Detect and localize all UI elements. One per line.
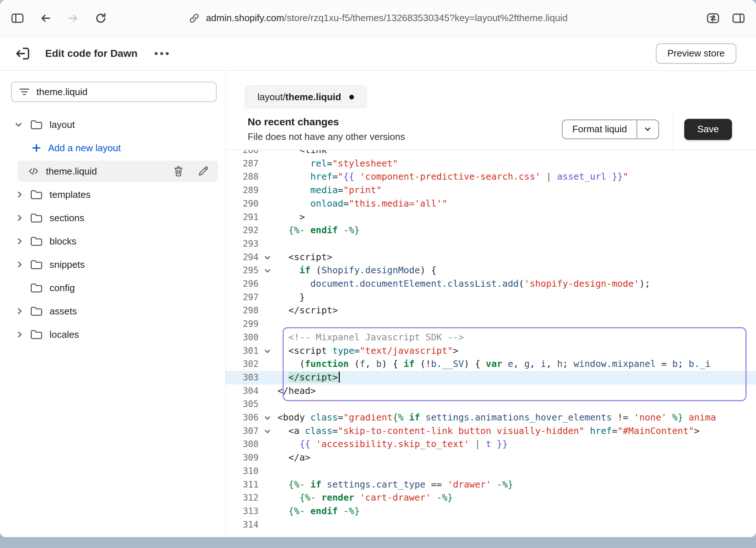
file-search-input[interactable]: theme.liquid: [11, 82, 217, 102]
code-line-312[interactable]: 312 {%- render 'cart-drawer' -%}: [226, 491, 756, 505]
code-line-301[interactable]: 301 <script type="text/javascript">: [226, 344, 756, 358]
code-line-304[interactable]: 304</head>: [226, 384, 756, 398]
line-number: 307: [226, 424, 262, 438]
code-line-293[interactable]: 293: [226, 237, 756, 251]
forward-icon[interactable]: [67, 13, 79, 24]
url-path: /store/rzq1xu-f5/themes/132683530345?key…: [284, 12, 567, 23]
more-actions-icon[interactable]: [154, 51, 170, 56]
fold-toggle: [262, 371, 277, 384]
code-line-292[interactable]: 292 {%- endif -%}: [226, 224, 756, 237]
site-info-icon[interactable]: [188, 12, 200, 24]
url-text: admin.shopify.com/store/rzq1xu-f5/themes…: [206, 12, 567, 24]
code-line-298[interactable]: 298 </script>: [226, 304, 756, 317]
fold-toggle: [262, 478, 277, 492]
code-line-295[interactable]: 295 if (Shopify.designMode) {: [226, 264, 756, 277]
sidebar-folder-assets[interactable]: assets: [0, 300, 225, 323]
code-line-303[interactable]: 303 </script>: [226, 371, 756, 384]
line-number: 297: [226, 291, 262, 304]
code-line-309[interactable]: 309 </a>: [226, 451, 756, 465]
code-line-299[interactable]: 299: [226, 317, 756, 331]
fold-toggle: [262, 150, 277, 157]
chevron-down-icon: [265, 414, 271, 420]
line-number: 288: [226, 170, 262, 184]
chevron-down-icon: [265, 254, 271, 259]
code-line-286[interactable]: 286 <link: [226, 150, 756, 157]
delete-file-icon[interactable]: [173, 165, 184, 177]
code-line-290[interactable]: 290 onload="this.media='all'": [226, 197, 756, 211]
fold-toggle: [262, 237, 277, 251]
fold-toggle[interactable]: [262, 251, 277, 264]
line-number: 296: [226, 277, 262, 291]
back-icon[interactable]: [39, 13, 52, 24]
fold-toggle: [262, 184, 277, 197]
code-line-307[interactable]: 307 <a class="skip-to-content-link butto…: [226, 424, 756, 438]
sidebar-folder-locales[interactable]: locales: [0, 323, 225, 346]
folder-icon: [30, 189, 43, 200]
fold-toggle: [262, 384, 277, 398]
fold-toggle: [262, 357, 277, 371]
folder-label: templates: [50, 189, 91, 200]
format-liquid-label[interactable]: Format liquid: [563, 120, 637, 138]
add-layout-label: Add a new layout: [48, 142, 121, 154]
fold-toggle[interactable]: [262, 424, 277, 438]
selected-file-pill[interactable]: theme.liquid: [17, 161, 218, 182]
format-liquid-button[interactable]: Format liquid: [562, 120, 659, 139]
line-number: 291: [226, 211, 262, 224]
rename-file-icon[interactable]: [198, 166, 209, 177]
code-line-291[interactable]: 291 >: [226, 211, 756, 224]
code-line-313[interactable]: 313 {%- endif -%}: [226, 505, 756, 518]
preview-store-button[interactable]: Preview store: [656, 43, 737, 64]
sidebar-folder-layout[interactable]: layout: [0, 113, 225, 136]
sidebar-folder-snippets[interactable]: snippets: [0, 253, 225, 276]
fold-toggle[interactable]: [262, 411, 277, 424]
fold-toggle[interactable]: [262, 344, 277, 358]
page-title: Edit code for Dawn: [45, 48, 138, 59]
code-line-305[interactable]: 305: [226, 398, 756, 411]
code-line-314[interactable]: 314: [226, 518, 756, 532]
folder-icon: [30, 329, 43, 340]
tab-layout-theme-liquid[interactable]: layout/theme.liquid: [245, 85, 367, 109]
address-bar[interactable]: admin.shopify.com/store/rzq1xu-f5/themes…: [188, 12, 567, 24]
extensions-icon[interactable]: [706, 12, 720, 24]
sidebar-folder-templates[interactable]: templates: [0, 183, 225, 206]
chevron-right-icon: [16, 332, 22, 338]
code-line-296[interactable]: 296 document.documentElement.classList.a…: [226, 277, 756, 291]
reload-icon[interactable]: [95, 12, 107, 24]
format-dropdown-button[interactable]: [637, 120, 658, 138]
file-tree: layoutAdd a new layouttheme.liquidtempla…: [0, 113, 225, 346]
fold-toggle: [262, 465, 277, 478]
fold-toggle[interactable]: [262, 264, 277, 277]
code-line-288[interactable]: 288 href="{{ 'component-predictive-searc…: [226, 170, 756, 184]
folder-label: config: [50, 282, 75, 294]
file-label: theme.liquid: [46, 166, 97, 177]
sidebar-file-theme.liquid[interactable]: theme.liquid: [0, 160, 225, 183]
add-layout-button[interactable]: Add a new layout: [0, 136, 225, 160]
code-line-287[interactable]: 287 rel="stylesheet": [226, 157, 756, 171]
code-line-311[interactable]: 311 {%- if settings.cart_type == 'drawer…: [226, 478, 756, 492]
code-line-289[interactable]: 289 media="print": [226, 184, 756, 197]
chevron-right-icon: [16, 262, 22, 268]
fold-toggle: [262, 211, 277, 224]
code-editor[interactable]: 286 <link287 rel="stylesheet"288 href="{…: [226, 150, 756, 537]
code-line-300[interactable]: 300 <!-- Mixpanel Javascript SDK -->: [226, 331, 756, 344]
tab-sidebar-toggle-icon[interactable]: [11, 12, 24, 24]
plus-icon: [31, 143, 42, 153]
code-line-306[interactable]: 306<body class="gradient{% if settings.a…: [226, 411, 756, 424]
code-line-297[interactable]: 297 }: [226, 291, 756, 304]
line-number: 309: [226, 451, 262, 465]
code-line-310[interactable]: 310: [226, 465, 756, 478]
exit-icon[interactable]: [15, 46, 31, 61]
sidebar-folder-config[interactable]: config: [0, 276, 225, 300]
save-button[interactable]: Save: [684, 119, 732, 140]
sidebar-folder-blocks[interactable]: blocks: [0, 230, 225, 253]
folder-label: snippets: [50, 259, 85, 270]
sidebar-folder-sections[interactable]: sections: [0, 206, 225, 230]
code-line-294[interactable]: 294 <script>: [226, 251, 756, 264]
side-panel-icon[interactable]: [732, 12, 745, 24]
code-line-308[interactable]: 308 {{ 'accessibility.skip_to_text' | t …: [226, 438, 756, 451]
line-number: 293: [226, 237, 262, 251]
url-domain: admin.shopify.com: [206, 12, 284, 23]
filter-icon: [19, 87, 30, 97]
code-line-302[interactable]: 302 (function (f, b) { if (!b.__SV) { va…: [226, 357, 756, 371]
folder-icon: [30, 236, 43, 247]
